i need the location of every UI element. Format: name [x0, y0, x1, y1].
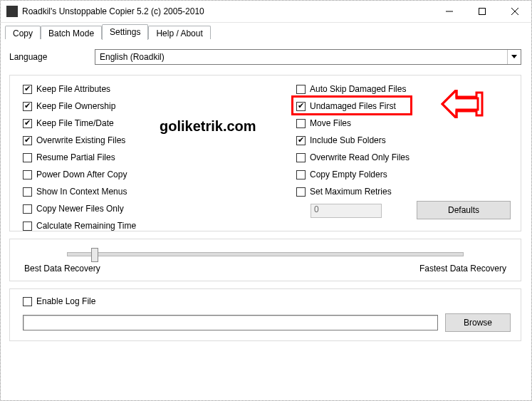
checkbox-icon	[296, 153, 306, 162]
tab-settings[interactable]: Settings	[102, 24, 148, 40]
enable-log-file[interactable]: Enable Log File	[23, 295, 95, 308]
tab-copy[interactable]: Copy	[5, 26, 41, 41]
app-window: Roadkil's Unstoppable Copier 5.2 (c) 200…	[0, 0, 532, 401]
opt-overwrite-existing-files[interactable]: Overwrite Existing Files	[23, 134, 201, 147]
tab-batch-mode[interactable]: Batch Mode	[41, 26, 102, 41]
opt-set-maximum-retries[interactable]: Set Maximum Retries	[296, 185, 474, 198]
opt-copy-empty-folders[interactable]: Copy Empty Folders	[296, 168, 474, 181]
tab-help-about[interactable]: Help / About	[148, 26, 210, 41]
app-icon	[6, 6, 18, 17]
checkbox-icon	[296, 170, 306, 179]
options-col-left: Keep File Attributes Keep File Ownership…	[23, 83, 201, 232]
opt-power-down-after-copy[interactable]: Power Down After Copy	[23, 168, 201, 181]
defaults-button[interactable]: Defaults	[417, 201, 511, 219]
close-button[interactable]	[499, 1, 531, 22]
language-label: Language	[9, 52, 95, 62]
checkbox-icon	[23, 187, 32, 197]
checkbox-icon	[23, 170, 32, 179]
checkbox-icon	[23, 119, 32, 128]
minimize-icon	[446, 8, 453, 15]
maximize-icon	[479, 8, 486, 15]
options-col-right: Auto Skip Damaged Files Undamaged Files …	[296, 83, 474, 218]
checkbox-icon	[296, 85, 306, 94]
log-path-input[interactable]	[23, 315, 438, 330]
tab-strip: Copy Batch Mode Settings Help / About	[1, 23, 531, 40]
watermark-text: goliketrik.com	[160, 118, 256, 135]
checkbox-icon	[296, 119, 306, 128]
maximize-button[interactable]	[466, 1, 499, 22]
checkbox-icon	[23, 153, 32, 162]
checkbox-icon	[23, 222, 32, 231]
checkbox-icon	[296, 187, 306, 197]
checkbox-icon	[23, 102, 32, 111]
opt-move-files[interactable]: Move Files	[296, 117, 474, 130]
opt-copy-newer-files-only[interactable]: Copy Newer Files Only	[23, 202, 201, 215]
checkbox-icon	[23, 297, 32, 306]
opt-show-in-context-menus[interactable]: Show In Context Menus	[23, 185, 201, 198]
log-group: Enable Log File Browse	[9, 288, 521, 341]
max-retries-input[interactable]: 0	[311, 204, 382, 218]
opt-undamaged-files-first[interactable]: Undamaged Files First	[296, 100, 474, 113]
slider-label-best: Best Data Recovery	[24, 264, 100, 274]
opt-overwrite-read-only-files[interactable]: Overwrite Read Only Files	[296, 151, 474, 164]
opt-keep-file-attributes[interactable]: Keep File Attributes	[23, 83, 201, 95]
title-bar: Roadkil's Unstoppable Copier 5.2 (c) 200…	[1, 1, 531, 23]
opt-calculate-remaining-time[interactable]: Calculate Remaining Time	[23, 219, 201, 232]
recovery-speed-group: Best Data Recovery Fastest Data Recovery	[9, 239, 521, 281]
checkbox-icon	[296, 136, 306, 145]
minimize-button[interactable]	[433, 1, 466, 22]
language-row: Language English (Roadkil)	[5, 39, 526, 65]
opt-keep-file-ownership[interactable]: Keep File Ownership	[23, 100, 201, 113]
opt-auto-skip-damaged-files[interactable]: Auto Skip Damaged Files	[296, 83, 474, 95]
close-icon	[511, 8, 518, 15]
browse-button[interactable]: Browse	[445, 313, 511, 332]
options-group: Keep File Attributes Keep File Ownership…	[9, 75, 521, 231]
svg-rect-0	[479, 9, 486, 15]
checkbox-icon	[23, 136, 32, 145]
language-value: English (Roadkil)	[100, 52, 507, 62]
slider-thumb-icon[interactable]	[91, 248, 98, 262]
checkbox-icon	[23, 85, 32, 94]
slider-label-fastest: Fastest Data Recovery	[419, 264, 506, 274]
checkbox-icon	[296, 102, 306, 111]
language-select[interactable]: English (Roadkil)	[95, 49, 521, 65]
checkbox-icon	[23, 204, 32, 214]
opt-include-sub-folders[interactable]: Include Sub Folders	[296, 134, 474, 147]
window-title: Roadkil's Unstoppable Copier 5.2 (c) 200…	[22, 6, 433, 16]
opt-resume-partial-files[interactable]: Resume Partial Files	[23, 151, 201, 164]
settings-panel: Language English (Roadkil) Keep File Att…	[5, 39, 526, 395]
chevron-down-icon	[507, 50, 521, 64]
recovery-slider[interactable]	[67, 252, 464, 256]
